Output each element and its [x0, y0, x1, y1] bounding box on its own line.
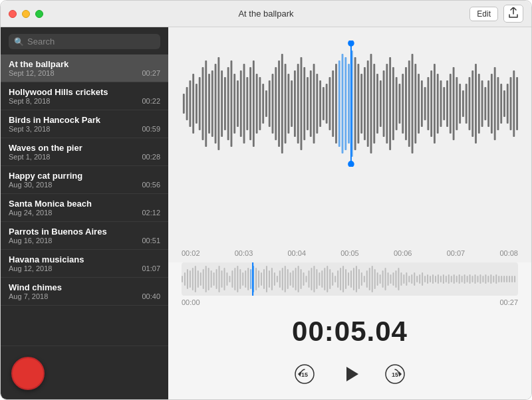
rewind-button[interactable]: 15	[294, 363, 315, 385]
svg-rect-11	[217, 57, 219, 150]
svg-rect-14	[227, 67, 229, 140]
svg-rect-215	[462, 276, 463, 282]
mini-time-end: 00:27	[499, 298, 518, 306]
svg-rect-24	[259, 77, 261, 130]
svg-rect-192	[400, 272, 402, 286]
recording-item[interactable]: Hollywood Hills crickets Sept 8, 2018 00…	[1, 82, 168, 110]
forward-button[interactable]: 15	[384, 363, 406, 385]
minimize-button[interactable]	[22, 10, 30, 18]
rewind-icon: 15	[294, 363, 315, 385]
svg-rect-140	[263, 269, 265, 289]
recording-item[interactable]: Santa Monica beach Aug 24, 2018 02:12	[1, 194, 168, 222]
svg-rect-32	[285, 64, 287, 144]
svg-rect-164	[327, 266, 328, 292]
svg-rect-70	[405, 67, 407, 140]
svg-rect-217	[467, 276, 468, 282]
svg-rect-1	[186, 87, 188, 120]
svg-rect-31	[281, 54, 283, 153]
svg-rect-39	[307, 77, 309, 130]
svg-rect-49	[338, 60, 340, 147]
time-label: 00:05	[340, 249, 359, 257]
svg-rect-10	[215, 64, 217, 144]
svg-rect-123	[219, 266, 220, 292]
svg-rect-170	[342, 266, 344, 292]
svg-rect-163	[324, 268, 325, 290]
svg-rect-142	[269, 270, 270, 288]
time-label: 00:07	[447, 249, 466, 257]
recording-date: Aug 16, 2018	[9, 237, 136, 245]
svg-rect-150	[290, 272, 291, 286]
waveform-canvas[interactable]	[182, 41, 518, 167]
recording-item[interactable]: Waves on the pier Sept 1, 2018 00:28	[1, 138, 168, 166]
mini-waveform[interactable]	[182, 262, 518, 296]
recording-item[interactable]: Wind chimes Aug 7, 2018 00:40	[1, 278, 168, 306]
svg-rect-197	[414, 272, 415, 286]
svg-rect-129	[234, 268, 235, 290]
search-input[interactable]	[27, 37, 155, 47]
svg-rect-228	[495, 274, 497, 284]
svg-rect-159	[313, 266, 315, 292]
svg-rect-88	[462, 90, 464, 117]
svg-rect-84	[450, 74, 452, 134]
svg-rect-17	[237, 80, 239, 127]
recording-item[interactable]: Birds in Hancock Park Sept 3, 2018 00:59	[1, 110, 168, 138]
svg-rect-126	[226, 272, 227, 286]
waveform-time-labels: 00:02 00:03 00:04 00:05 00:06 00:07 00:0…	[168, 247, 531, 262]
svg-rect-100	[500, 84, 502, 124]
svg-rect-188	[390, 274, 392, 284]
svg-rect-200	[422, 272, 423, 286]
svg-rect-41	[313, 64, 315, 144]
svg-rect-214	[459, 274, 460, 284]
time-label: 00:08	[499, 249, 518, 257]
recording-item[interactable]: Havana musicians Aug 12, 2018 01:07	[1, 250, 168, 278]
svg-rect-127	[229, 276, 230, 282]
search-bar: 🔍	[1, 27, 168, 54]
record-button[interactable]	[11, 357, 45, 390]
svg-rect-231	[503, 276, 505, 282]
svg-rect-233	[509, 276, 510, 282]
recording-duration: 00:56	[142, 181, 160, 189]
main-layout: 🔍 At the ballpark Sept 12, 2018 00:27 Ho…	[1, 27, 531, 400]
svg-rect-137	[255, 268, 257, 290]
svg-rect-173	[350, 270, 352, 288]
recording-name: Parrots in Buenos Aires	[9, 227, 136, 237]
recording-duration: 00:27	[142, 69, 160, 77]
svg-rect-121	[213, 272, 215, 286]
search-wrapper: 🔍	[9, 34, 160, 49]
recording-name: Happy cat purring	[9, 171, 136, 181]
svg-rect-206	[438, 274, 439, 284]
svg-rect-172	[348, 272, 349, 286]
svg-rect-157	[308, 270, 309, 288]
svg-rect-133	[245, 270, 246, 288]
svg-rect-207	[440, 276, 442, 282]
recording-item[interactable]: Parrots in Buenos Aires Aug 16, 2018 00:…	[1, 222, 168, 250]
sidebar-bottom	[1, 346, 168, 400]
svg-rect-87	[459, 84, 461, 124]
share-button[interactable]	[503, 5, 523, 23]
svg-rect-235	[514, 276, 515, 282]
maximize-button[interactable]	[35, 10, 43, 18]
svg-rect-96	[487, 80, 489, 127]
waveform-main	[168, 27, 531, 247]
recording-name: Waves on the pier	[9, 143, 136, 153]
svg-rect-147	[282, 268, 283, 290]
svg-rect-144	[274, 272, 275, 286]
svg-rect-221	[477, 276, 478, 282]
recording-item[interactable]: At the ballpark Sept 12, 2018 00:27	[1, 54, 168, 82]
edit-button[interactable]: Edit	[469, 7, 498, 21]
recording-item[interactable]: Happy cat purring Aug 30, 2018 00:56	[1, 166, 168, 194]
svg-rect-34	[291, 80, 293, 127]
svg-rect-28	[272, 74, 274, 134]
svg-rect-113	[192, 268, 194, 290]
time-label: 00:02	[182, 249, 200, 257]
svg-rect-120	[211, 270, 212, 288]
svg-rect-131	[239, 269, 241, 289]
svg-rect-83	[446, 80, 448, 127]
play-button[interactable]	[335, 359, 364, 389]
svg-rect-61	[376, 74, 378, 134]
close-button[interactable]	[9, 10, 17, 18]
titlebar: At the ballpark Edit	[1, 1, 531, 27]
svg-rect-145	[277, 276, 278, 282]
svg-rect-156	[306, 276, 307, 282]
svg-rect-82	[443, 87, 445, 120]
